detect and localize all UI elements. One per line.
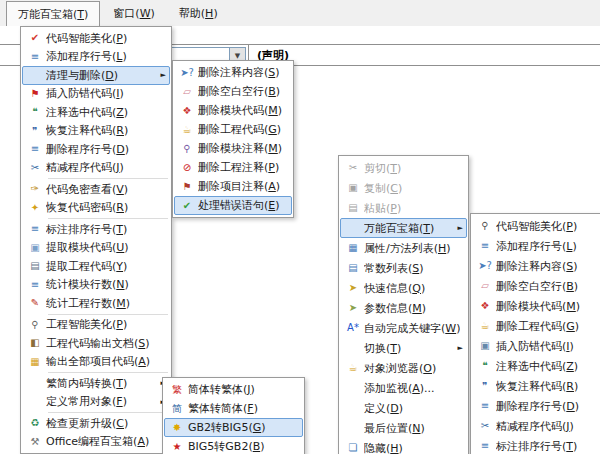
- fix-error-statements-icon: ✔: [176, 201, 198, 211]
- menu-item-label: 工程代码输出文档(S): [46, 336, 163, 351]
- menu-item[interactable]: ⚲ 删除模块注释(M): [174, 139, 292, 158]
- menu-item[interactable]: A* 自动完成关键字(W): [340, 318, 467, 338]
- menu-item[interactable]: ❝ 注释选中代码(Z): [472, 356, 600, 376]
- menu-item[interactable]: 添加监视(A)...: [340, 378, 467, 398]
- delete-module-comments-icon: ⚲: [176, 144, 198, 154]
- menu-item-label: 切换(T): [364, 341, 455, 356]
- menu-item[interactable]: ≡ 删除程序行号(D): [472, 396, 600, 416]
- menu-item[interactable]: 定义常用对象(F) ►: [22, 393, 170, 412]
- menu-item[interactable]: ⚑ 插入防错代码(I): [22, 85, 170, 104]
- menu-item-label: 剪切(T): [364, 161, 460, 176]
- menu-item[interactable]: ❞ 恢复注释代码(R): [472, 376, 600, 396]
- menu-item-label: 删除程序行号(D): [496, 399, 593, 414]
- menu-item[interactable]: ❖ 删除模块代码(M): [174, 101, 292, 120]
- menu-item[interactable]: ❞ 恢复注释代码(R): [22, 122, 170, 141]
- menu-item[interactable]: ➤? 删除注释内容(S): [174, 63, 292, 82]
- editor-context-menu: ✂ 剪切(T) ▣ 复制(C) ▤ 粘贴(P) 万能百宝箱(T) ► ▦ 属性/…: [338, 155, 469, 454]
- insert-errorproof-icon: ▣: [474, 341, 496, 351]
- menu-item[interactable]: 定义(D): [340, 398, 467, 418]
- menu-item[interactable]: ▦ 输出全部项目代码(A): [22, 353, 170, 372]
- menu-item[interactable]: ★ BIG5转GB2(B): [164, 437, 303, 454]
- menu-item[interactable]: ❖ 删除模块代码(M): [472, 296, 600, 316]
- menu-item-label: 注释选中代码(Z): [496, 359, 593, 374]
- cut-icon: ✂: [342, 163, 364, 173]
- submenu-arrow-icon: ►: [458, 224, 463, 232]
- menu-item[interactable]: 繁 简体转繁体(J): [164, 380, 303, 399]
- menu-item[interactable]: 简 繁体转简体(F): [164, 399, 303, 418]
- menu-item[interactable]: ▤ 粘贴(P): [340, 198, 467, 218]
- menu-item[interactable]: ☕ 对象浏览器(O): [340, 358, 467, 378]
- export-all-code-icon: ▦: [24, 357, 46, 367]
- menu-item[interactable]: ◧ 工程代码输出文档(S): [22, 334, 170, 353]
- menu-item[interactable]: ☕ 删除工程代码(G): [472, 316, 600, 336]
- menu-item[interactable]: 繁简内码转换(T) ►: [22, 374, 170, 393]
- beautify-code-icon: ✔: [24, 33, 46, 43]
- menu-item-label: 删除工程注释(P): [198, 160, 285, 175]
- menu-item[interactable]: ▱ 删除空白空行(B): [174, 82, 292, 101]
- copy-icon: ▣: [342, 183, 364, 193]
- menu-item[interactable]: ▦ 属性/方法列表(H): [340, 238, 467, 258]
- menu-item[interactable]: ≡ 标注排序行号(T): [22, 220, 170, 239]
- menu-item[interactable]: ≡ 标注排序行号(T): [472, 436, 600, 454]
- menubar-item[interactable]: 帮助(H): [168, 1, 229, 26]
- menubar-item[interactable]: 万能百宝箱(T): [6, 1, 100, 26]
- menu-item[interactable]: ➤ 快速信息(Q): [340, 278, 467, 298]
- menu-item[interactable]: ✑ 代码免密查看(V): [22, 180, 170, 199]
- menu-item[interactable]: 最后位置(N): [340, 418, 467, 438]
- menu-item[interactable]: ⚲ 工程智能美化(P): [22, 316, 170, 335]
- menu-item-label: 输出全部项目代码(A): [46, 354, 163, 369]
- menu-item[interactable]: ➤? 删除注释内容(S): [472, 256, 600, 276]
- menu-item[interactable]: ▱ 删除空白空行(B): [472, 276, 600, 296]
- menu-item[interactable]: ➤ 参数信息(M): [340, 298, 467, 318]
- menu-item[interactable]: ≡ 添加程序行号(L): [472, 236, 600, 256]
- menu-item[interactable]: ≡ 统计模块行数(N): [22, 276, 170, 295]
- menu-item-label: 删除工程代码(G): [496, 319, 593, 334]
- uncomment-code-icon: ❞: [474, 381, 496, 391]
- menu-item-label: 快速信息(Q): [364, 281, 460, 296]
- menu-item-label: 添加程序行号(L): [46, 49, 163, 64]
- menu-item[interactable]: 切换(T) ►: [340, 338, 467, 358]
- menu-item[interactable]: ✂ 精减程序代码(J): [472, 416, 600, 436]
- menu-item[interactable]: ☕ 删除工程代码(G): [174, 120, 292, 139]
- beautify-magnifier-icon: ⚲: [474, 221, 496, 231]
- menu-item[interactable]: ♻ 检查更新升级(C): [22, 414, 170, 433]
- comment-code-icon: ❝: [24, 107, 46, 117]
- menubar-item[interactable]: 窗口(W): [102, 1, 165, 26]
- menu-item[interactable]: ▣ 复制(C): [340, 178, 467, 198]
- menu-item[interactable]: ⊘ 删除工程注释(P): [174, 158, 292, 177]
- menu-item[interactable]: ✦ 恢复代码密码(R): [22, 199, 170, 218]
- delete-module-code-icon: ❖: [474, 301, 496, 311]
- menu-item[interactable]: ⚑ 删除项目注释(A): [174, 177, 292, 196]
- menu-item[interactable]: ⚒ Office编程百宝箱(A): [22, 433, 170, 452]
- menu-item[interactable]: 万能百宝箱(T) ►: [340, 218, 467, 238]
- menu-item[interactable]: ❏ 隐藏(H): [340, 438, 467, 454]
- menu-item[interactable]: ✂ 剪切(T): [340, 158, 467, 178]
- menu-item-label: 清理与删除(D): [46, 68, 158, 83]
- menu-item[interactable]: 清理与删除(D) ►: [22, 66, 170, 85]
- menu-item[interactable]: ✸ GB2转BIG5(G): [164, 418, 303, 437]
- menu-item[interactable]: ≡ 删除程序行号(D): [22, 140, 170, 159]
- eraser-icon: ▱: [176, 87, 198, 97]
- menubar-item-label: 帮助(H): [179, 6, 218, 21]
- menu-item[interactable]: ▣ 插入防错代码(I): [472, 336, 600, 356]
- main-menu-dropdown: ✔ 代码智能美化(P) ≡ 添加程序行号(L) 清理与删除(D) ► ⚑ 插入防…: [20, 26, 172, 454]
- paste-icon: ▤: [342, 203, 364, 213]
- constants-list-icon: ▤: [342, 263, 364, 273]
- menu-item[interactable]: ▤ 提取工程代码(Y): [22, 257, 170, 276]
- menu-item[interactable]: ✔ 处理错误语句(E): [174, 196, 292, 215]
- menu-item[interactable]: ▣ 提取模块代码(U): [22, 239, 170, 258]
- menu-item[interactable]: ✂ 精减程序代码(J): [22, 159, 170, 178]
- menu-item-label: 删除空白空行(B): [198, 84, 285, 99]
- menu-item[interactable]: ✔ 代码智能美化(P): [22, 29, 170, 48]
- menu-item[interactable]: ✎ 统计工程行数(M): [22, 294, 170, 313]
- trim-code-scissors-icon: ✂: [474, 421, 496, 431]
- menu-item[interactable]: ▤ 常数列表(S): [340, 258, 467, 278]
- menu-item[interactable]: ≡ 添加程序行号(L): [22, 48, 170, 67]
- delete-line-numbers-icon: ≡: [24, 144, 46, 154]
- menu-item-label: 复制(C): [364, 181, 460, 196]
- properties-methods-list-icon: ▦: [342, 243, 364, 253]
- menu-item-label: 删除空白空行(B): [496, 279, 593, 294]
- menu-item[interactable]: ⚲ 代码智能美化(P): [472, 216, 600, 236]
- view-code-nopass-icon: ✑: [24, 184, 46, 194]
- menu-item[interactable]: ❝ 注释选中代码(Z): [22, 103, 170, 122]
